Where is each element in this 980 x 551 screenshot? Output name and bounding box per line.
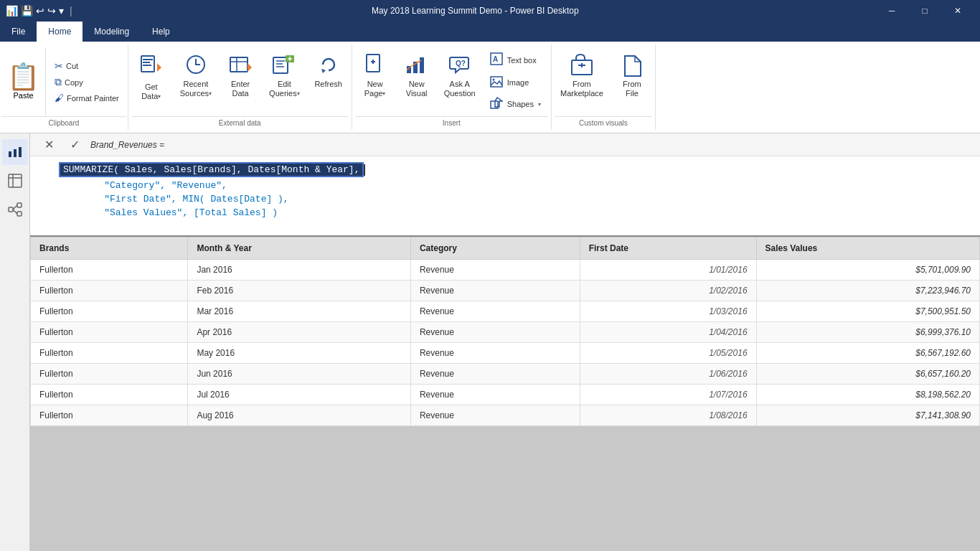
- cut-button[interactable]: ✂ Cut: [52, 59, 122, 73]
- table-cell-3-2: Revenue: [410, 322, 580, 343]
- recent-sources-button[interactable]: RecentSources ▾: [174, 47, 217, 103]
- from-file-button[interactable]: FromFile: [612, 47, 652, 103]
- image-label: Image: [507, 78, 529, 87]
- table-cell-0-0: Fullerton: [31, 260, 188, 281]
- text-box-icon: A: [490, 52, 503, 68]
- custom-visuals-buttons: FromMarketplace FromFile: [555, 47, 652, 116]
- data-view-icon[interactable]: [2, 168, 28, 194]
- enter-data-button[interactable]: EnterData: [220, 47, 260, 103]
- col-header-month-year: Month & Year: [188, 237, 411, 260]
- table-cell-7-4: $7,141,308.90: [756, 405, 979, 426]
- minimize-button[interactable]: ─: [875, 0, 908, 22]
- svg-point-31: [492, 79, 494, 81]
- body-area: ✕ ✓ Brand_Revenues = SUMMARIZE( Sales, S…: [0, 133, 980, 551]
- recent-sources-icon: [183, 52, 209, 80]
- from-file-label: FromFile: [623, 80, 641, 98]
- table-cell-2-1: Mar 2016: [188, 301, 411, 322]
- table-row: FullertonJun 2016Revenue1/06/2016$6,657,…: [31, 364, 980, 385]
- table-header-row: Brands Month & Year Category First Date …: [31, 237, 980, 260]
- text-box-button[interactable]: A Text box: [486, 50, 545, 70]
- formula-code[interactable]: SUMMARIZE( Sales, Sales[Brands], Dates[M…: [30, 156, 980, 235]
- col-header-first-date: First Date: [580, 237, 756, 260]
- from-marketplace-label: FromMarketplace: [560, 80, 603, 98]
- menu-help[interactable]: Help: [141, 22, 182, 42]
- dropdown-icon[interactable]: ▾: [59, 5, 64, 17]
- recent-sources-label: RecentSources ▾: [180, 80, 212, 98]
- cut-icon: ✂: [55, 60, 63, 72]
- table-row: FullertonAug 2016Revenue1/08/2016$7,141,…: [31, 405, 980, 426]
- close-button[interactable]: ✕: [941, 0, 974, 22]
- menu-home[interactable]: Home: [37, 22, 83, 42]
- from-marketplace-button[interactable]: FromMarketplace: [555, 47, 609, 103]
- table-cell-3-1: Apr 2016: [188, 322, 411, 343]
- copy-button[interactable]: ⧉ Copy: [52, 75, 122, 90]
- from-marketplace-icon: [569, 52, 595, 80]
- table-cell-2-4: $7,500,951.50: [756, 301, 979, 322]
- window-controls: ─ □ ✕: [875, 0, 974, 22]
- menu-file[interactable]: File: [0, 22, 37, 42]
- external-data-buttons: Get Data ▾ RecentSources ▾: [131, 47, 349, 116]
- paste-button[interactable]: 📋 Paste: [1, 47, 46, 116]
- table-cell-7-3: 1/08/2016: [580, 405, 756, 426]
- table-cell-0-1: Jan 2016: [188, 260, 411, 281]
- shapes-button[interactable]: Shapes ▾: [486, 95, 545, 113]
- svg-text:Q?: Q?: [456, 60, 466, 67]
- svg-rect-43: [9, 207, 13, 212]
- enter-data-icon: [227, 52, 253, 80]
- title-bar: 📊 💾 ↩ ↪ ▾ | May 2018 Learning Summit Dem…: [0, 0, 980, 22]
- formula-highlighted: SUMMARIZE( Sales, Sales[Brands], Dates[M…: [59, 162, 364, 177]
- image-button[interactable]: Image: [486, 73, 545, 92]
- svg-rect-40: [9, 174, 22, 187]
- table-cell-2-3: 1/03/2016: [580, 301, 756, 322]
- get-data-button[interactable]: Get Data ▾: [131, 47, 171, 105]
- maximize-button[interactable]: □: [908, 0, 941, 22]
- table-cell-4-3: 1/05/2016: [580, 343, 756, 364]
- svg-text:A: A: [493, 55, 498, 63]
- table-header: Brands Month & Year Category First Date …: [31, 237, 980, 260]
- table-cell-7-0: Fullerton: [31, 405, 188, 426]
- cut-label: Cut: [66, 62, 78, 70]
- external-data-group: Get Data ▾ RecentSources ▾: [128, 44, 352, 130]
- formula-line-1: SUMMARIZE( Sales, Sales[Brands], Dates[M…: [59, 162, 971, 177]
- shapes-icon: [490, 97, 503, 111]
- table-row: FullertonApr 2016Revenue1/04/2016$6,999,…: [31, 322, 980, 343]
- app-window: 📊 💾 ↩ ↪ ▾ | May 2018 Learning Summit Dem…: [0, 0, 980, 551]
- edit-queries-label: EditQueries ▾: [269, 80, 300, 98]
- table-cell-6-0: Fullerton: [31, 385, 188, 405]
- svg-marker-4: [157, 63, 161, 72]
- model-view-icon[interactable]: [2, 197, 28, 222]
- ask-question-button[interactable]: Q? Ask AQuestion: [438, 47, 481, 103]
- save-icon[interactable]: 💾: [21, 5, 33, 17]
- left-panel: [0, 133, 30, 551]
- new-page-button[interactable]: NewPage ▾: [355, 47, 395, 103]
- report-view-icon[interactable]: [2, 139, 28, 165]
- redo-icon[interactable]: ↪: [47, 5, 56, 17]
- table-cell-6-4: $8,198,562.20: [756, 385, 979, 405]
- table-cell-0-2: Revenue: [410, 260, 580, 281]
- clipboard-buttons: 📋 Paste ✂ Cut ⧉ Copy 🖌 Format Pain: [1, 47, 126, 116]
- menu-modeling[interactable]: Modeling: [83, 22, 141, 42]
- refresh-icon: [316, 52, 341, 80]
- format-painter-button[interactable]: 🖌 Format Painter: [52, 91, 122, 105]
- undo-icon[interactable]: ↩: [36, 5, 44, 17]
- table-cell-1-3: 1/02/2016: [580, 281, 756, 301]
- insert-group-label: Insert: [355, 116, 548, 127]
- table-cell-5-3: 1/06/2016: [580, 364, 756, 385]
- menu-bar: File Home Modeling Help: [0, 22, 980, 42]
- ask-question-icon: Q?: [447, 52, 473, 80]
- table-cell-5-0: Fullerton: [31, 364, 188, 385]
- new-visual-button[interactable]: NewVisual: [397, 47, 437, 103]
- svg-marker-9: [248, 63, 252, 72]
- paste-icon: 📋: [7, 64, 39, 90]
- formula-area: ✕ ✓ Brand_Revenues = SUMMARIZE( Sales, S…: [30, 133, 980, 237]
- edit-queries-button[interactable]: EditQueries ▾: [263, 47, 306, 103]
- refresh-button[interactable]: Refresh: [308, 47, 349, 93]
- get-data-text: Get: [145, 83, 158, 91]
- formula-confirm-button[interactable]: ✓: [65, 135, 85, 155]
- formula-cursor: [364, 164, 365, 176]
- formula-cancel-button[interactable]: ✕: [39, 135, 59, 155]
- svg-rect-30: [491, 77, 502, 87]
- clipboard-right-buttons: ✂ Cut ⧉ Copy 🖌 Format Painter: [47, 47, 126, 116]
- window-title: May 2018 Learning Summit Demo - Power BI…: [80, 6, 871, 16]
- table-cell-0-4: $5,701,009.90: [756, 260, 979, 281]
